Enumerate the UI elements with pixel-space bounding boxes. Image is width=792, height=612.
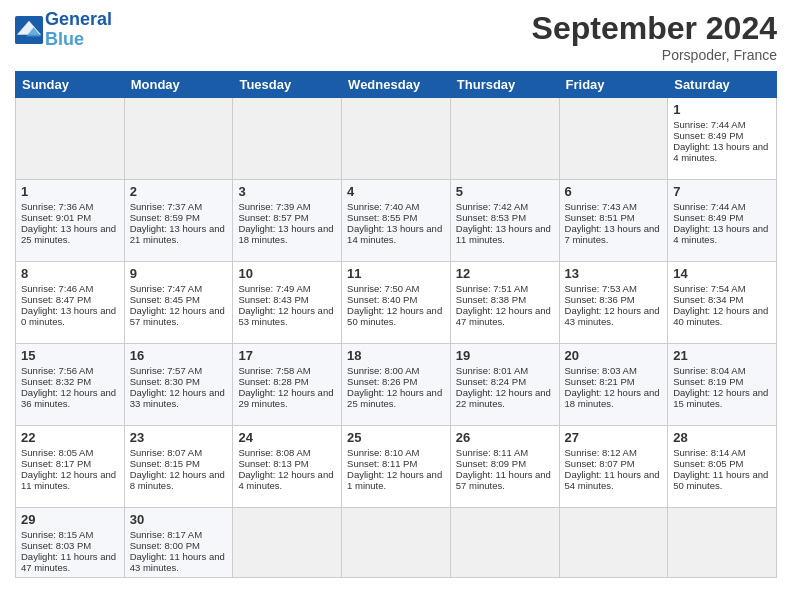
day-number: 14 (673, 266, 771, 281)
daylight-label: Daylight: 12 hours and 40 minutes. (673, 305, 768, 327)
daylight-label: Daylight: 12 hours and 22 minutes. (456, 387, 551, 409)
calendar-cell: 3 Sunrise: 7:39 AM Sunset: 8:57 PM Dayli… (233, 180, 342, 262)
weekday-header-saturday: Saturday (668, 72, 777, 98)
calendar-cell (233, 508, 342, 578)
calendar-cell (233, 98, 342, 180)
calendar-cell: 23 Sunrise: 8:07 AM Sunset: 8:15 PM Dayl… (124, 426, 233, 508)
calendar-cell: 16 Sunrise: 7:57 AM Sunset: 8:30 PM Dayl… (124, 344, 233, 426)
sunset-label: Sunset: 8:19 PM (673, 376, 743, 387)
sunrise-label: Sunrise: 8:08 AM (238, 447, 310, 458)
sunset-label: Sunset: 8:09 PM (456, 458, 526, 469)
sunset-label: Sunset: 8:40 PM (347, 294, 417, 305)
daylight-label: Daylight: 13 hours and 14 minutes. (347, 223, 442, 245)
daylight-label: Daylight: 13 hours and 25 minutes. (21, 223, 116, 245)
calendar-cell: 5 Sunrise: 7:42 AM Sunset: 8:53 PM Dayli… (450, 180, 559, 262)
weekday-header-monday: Monday (124, 72, 233, 98)
calendar-cell (124, 98, 233, 180)
logo-text: General Blue (45, 10, 112, 50)
day-number: 23 (130, 430, 228, 445)
daylight-label: Daylight: 13 hours and 18 minutes. (238, 223, 333, 245)
calendar-cell: 6 Sunrise: 7:43 AM Sunset: 8:51 PM Dayli… (559, 180, 668, 262)
sunrise-label: Sunrise: 7:51 AM (456, 283, 528, 294)
daylight-label: Daylight: 12 hours and 50 minutes. (347, 305, 442, 327)
sunrise-label: Sunrise: 7:39 AM (238, 201, 310, 212)
day-number: 17 (238, 348, 336, 363)
day-number: 15 (21, 348, 119, 363)
calendar-cell: 17 Sunrise: 7:58 AM Sunset: 8:28 PM Dayl… (233, 344, 342, 426)
day-number: 20 (565, 348, 663, 363)
calendar-cell (450, 98, 559, 180)
day-number: 4 (347, 184, 445, 199)
calendar-cell: 20 Sunrise: 8:03 AM Sunset: 8:21 PM Dayl… (559, 344, 668, 426)
title-block: September 2024 Porspoder, France (532, 10, 777, 63)
sunrise-label: Sunrise: 7:57 AM (130, 365, 202, 376)
sunset-label: Sunset: 8:07 PM (565, 458, 635, 469)
calendar-cell: 30 Sunrise: 8:17 AM Sunset: 8:00 PM Dayl… (124, 508, 233, 578)
logo: General Blue (15, 10, 112, 50)
calendar-cell (342, 98, 451, 180)
sunset-label: Sunset: 8:24 PM (456, 376, 526, 387)
sunset-label: Sunset: 9:01 PM (21, 212, 91, 223)
daylight-label: Daylight: 12 hours and 57 minutes. (130, 305, 225, 327)
day-number: 3 (238, 184, 336, 199)
day-number: 7 (673, 184, 771, 199)
calendar-cell: 9 Sunrise: 7:47 AM Sunset: 8:45 PM Dayli… (124, 262, 233, 344)
daylight-label: Daylight: 12 hours and 36 minutes. (21, 387, 116, 409)
sunset-label: Sunset: 8:36 PM (565, 294, 635, 305)
logo-icon (15, 16, 43, 44)
daylight-label: Daylight: 12 hours and 29 minutes. (238, 387, 333, 409)
calendar-cell: 2 Sunrise: 7:37 AM Sunset: 8:59 PM Dayli… (124, 180, 233, 262)
month-title: September 2024 (532, 10, 777, 47)
daylight-label: Daylight: 13 hours and 11 minutes. (456, 223, 551, 245)
day-number: 19 (456, 348, 554, 363)
sunrise-label: Sunrise: 8:01 AM (456, 365, 528, 376)
weekday-header-wednesday: Wednesday (342, 72, 451, 98)
sunrise-label: Sunrise: 8:15 AM (21, 529, 93, 540)
calendar-cell: 13 Sunrise: 7:53 AM Sunset: 8:36 PM Dayl… (559, 262, 668, 344)
header: General Blue September 2024 Porspoder, F… (15, 10, 777, 63)
calendar-cell (450, 508, 559, 578)
calendar-cell: 28 Sunrise: 8:14 AM Sunset: 8:05 PM Dayl… (668, 426, 777, 508)
day-number: 12 (456, 266, 554, 281)
sunrise-label: Sunrise: 8:12 AM (565, 447, 637, 458)
daylight-label: Daylight: 12 hours and 47 minutes. (456, 305, 551, 327)
sunset-label: Sunset: 8:03 PM (21, 540, 91, 551)
day-number: 24 (238, 430, 336, 445)
logo-line2: Blue (45, 29, 84, 49)
sunset-label: Sunset: 8:53 PM (456, 212, 526, 223)
sunrise-label: Sunrise: 8:10 AM (347, 447, 419, 458)
day-number: 16 (130, 348, 228, 363)
daylight-label: Daylight: 12 hours and 15 minutes. (673, 387, 768, 409)
day-number: 13 (565, 266, 663, 281)
daylight-label: Daylight: 12 hours and 33 minutes. (130, 387, 225, 409)
daylight-label: Daylight: 13 hours and 0 minutes. (21, 305, 116, 327)
day-number: 8 (21, 266, 119, 281)
location: Porspoder, France (532, 47, 777, 63)
weekday-header-tuesday: Tuesday (233, 72, 342, 98)
sunrise-label: Sunrise: 7:47 AM (130, 283, 202, 294)
sunset-label: Sunset: 8:43 PM (238, 294, 308, 305)
calendar-cell: 12 Sunrise: 7:51 AM Sunset: 8:38 PM Dayl… (450, 262, 559, 344)
daylight-label: Daylight: 12 hours and 43 minutes. (565, 305, 660, 327)
sunset-label: Sunset: 8:26 PM (347, 376, 417, 387)
sunset-label: Sunset: 8:49 PM (673, 130, 743, 141)
sunset-label: Sunset: 8:57 PM (238, 212, 308, 223)
sunrise-label: Sunrise: 7:37 AM (130, 201, 202, 212)
daylight-label: Daylight: 12 hours and 18 minutes. (565, 387, 660, 409)
sunrise-label: Sunrise: 7:58 AM (238, 365, 310, 376)
daylight-label: Daylight: 12 hours and 11 minutes. (21, 469, 116, 491)
sunrise-label: Sunrise: 7:46 AM (21, 283, 93, 294)
sunset-label: Sunset: 8:30 PM (130, 376, 200, 387)
sunrise-label: Sunrise: 7:44 AM (673, 119, 745, 130)
calendar-cell (16, 98, 125, 180)
daylight-label: Daylight: 11 hours and 50 minutes. (673, 469, 768, 491)
calendar-cell: 18 Sunrise: 8:00 AM Sunset: 8:26 PM Dayl… (342, 344, 451, 426)
weekday-header-row: SundayMondayTuesdayWednesdayThursdayFrid… (16, 72, 777, 98)
day-number: 28 (673, 430, 771, 445)
sunrise-label: Sunrise: 7:43 AM (565, 201, 637, 212)
sunrise-label: Sunrise: 7:42 AM (456, 201, 528, 212)
calendar-cell: 8 Sunrise: 7:46 AM Sunset: 8:47 PM Dayli… (16, 262, 125, 344)
day-number: 27 (565, 430, 663, 445)
week-row-0: 1 Sunrise: 7:44 AM Sunset: 8:49 PM Dayli… (16, 98, 777, 180)
calendar-cell: 25 Sunrise: 8:10 AM Sunset: 8:11 PM Dayl… (342, 426, 451, 508)
